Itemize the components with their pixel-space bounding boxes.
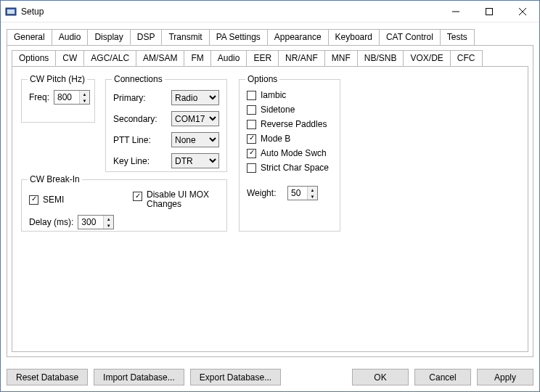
delay-label: Delay (ms): xyxy=(29,217,73,227)
titlebar: Setup xyxy=(1,1,539,23)
weight-spinner[interactable]: ▲▼ xyxy=(287,186,318,200)
main-tab-general[interactable]: General xyxy=(7,29,52,45)
option-checkbox-strict-char-space[interactable] xyxy=(247,163,256,173)
semi-checkbox[interactable] xyxy=(29,195,38,205)
ptt-select[interactable]: None xyxy=(171,132,219,147)
weight-input[interactable] xyxy=(288,187,307,200)
main-tab-keyboard[interactable]: Keyboard xyxy=(328,29,380,45)
freq-spinner[interactable]: ▲▼ xyxy=(54,90,90,105)
sub-tab-audio[interactable]: Audio xyxy=(210,50,248,66)
sub-tab-fm[interactable]: FM xyxy=(184,50,210,66)
cancel-button[interactable]: Cancel xyxy=(414,369,471,385)
apply-button[interactable]: Apply xyxy=(477,369,533,385)
key-label: Key Line: xyxy=(113,156,167,166)
semi-label: SEMI xyxy=(43,195,64,205)
sub-tab-vox-de[interactable]: VOX/DE xyxy=(403,50,450,66)
sub-tab-mnf[interactable]: MNF xyxy=(324,50,358,66)
setup-window: Setup GeneralAudioDisplayDSPTransmitPA S… xyxy=(0,0,540,392)
weight-up[interactable]: ▲ xyxy=(308,187,317,193)
primary-label: Primary: xyxy=(113,93,167,103)
option-label: Auto Mode Swch xyxy=(261,148,327,158)
main-tab-cat-control[interactable]: CAT Control xyxy=(379,29,441,45)
main-tab-body: OptionsCWAGC/ALCAM/SAMFMAudioEERNR/ANFMN… xyxy=(7,45,533,357)
sub-tab-options[interactable]: Options xyxy=(12,50,56,66)
option-label: Reverse Paddles xyxy=(261,119,327,129)
export-db-button[interactable]: Export Database... xyxy=(190,369,281,385)
option-checkbox-auto-mode-swch[interactable] xyxy=(247,149,256,158)
option-checkbox-mode-b[interactable] xyxy=(247,134,256,144)
ptt-label: PTT Line: xyxy=(113,135,167,145)
svg-rect-1 xyxy=(7,9,15,14)
freq-label: Freq: xyxy=(29,92,49,102)
app-icon xyxy=(5,6,17,17)
option-checkbox-reverse-paddles[interactable] xyxy=(247,120,256,129)
svg-rect-3 xyxy=(486,8,493,15)
disable-mox-label: Disable UI MOX Changes xyxy=(147,190,219,209)
main-tab-pa-settings[interactable]: PA Settings xyxy=(209,29,268,45)
footer: Reset Database Import Database... Export… xyxy=(1,363,539,391)
delay-input[interactable] xyxy=(78,216,103,229)
group-connections-title: Connections xyxy=(112,74,165,84)
sub-tab-am-sam[interactable]: AM/SAM xyxy=(136,50,184,66)
option-label: Strict Char Space xyxy=(261,163,329,173)
option-label: Iambic xyxy=(261,90,286,100)
group-cw-pitch: CW Pitch (Hz) Freq: ▲▼ xyxy=(21,79,95,123)
group-connections: Connections Primary: Radio Secondary: CO… xyxy=(105,79,227,172)
window-controls xyxy=(439,1,539,22)
delay-spinner[interactable]: ▲▼ xyxy=(78,215,114,229)
cw-panel: CW Pitch (Hz) Freq: ▲▼ Connections Prima… xyxy=(12,66,528,352)
option-label: Mode B xyxy=(261,134,290,144)
option-checkbox-iambic[interactable] xyxy=(247,91,256,100)
group-options: Options IambicSidetoneReverse PaddlesMod… xyxy=(239,79,340,232)
option-label: Sidetone xyxy=(261,105,295,115)
ok-button[interactable]: OK xyxy=(352,369,409,385)
freq-input[interactable] xyxy=(54,91,79,104)
window-title: Setup xyxy=(21,7,44,17)
minimize-button[interactable] xyxy=(439,1,472,22)
sub-tab-nr-anf[interactable]: NR/ANF xyxy=(278,50,325,66)
main-tab-display[interactable]: Display xyxy=(87,29,130,45)
group-breakin: CW Break-In SEMI Disable UI MOX Changes … xyxy=(21,179,227,232)
key-select[interactable]: DTR xyxy=(171,153,219,168)
disable-mox-checkbox[interactable] xyxy=(133,192,142,201)
sub-tab-strip: OptionsCWAGC/ALCAM/SAMFMAudioEERNR/ANFMN… xyxy=(12,50,528,67)
sub-tab-cfc[interactable]: CFC xyxy=(450,50,483,66)
group-breakin-title: CW Break-In xyxy=(28,174,82,184)
sub-tab-nb-snb[interactable]: NB/SNB xyxy=(357,50,404,66)
sub-tab-agc-alc[interactable]: AGC/ALC xyxy=(83,50,136,66)
main-tab-strip: GeneralAudioDisplayDSPTransmitPA Setting… xyxy=(7,29,533,46)
weight-down[interactable]: ▼ xyxy=(308,193,317,200)
reset-db-button[interactable]: Reset Database xyxy=(7,369,88,385)
group-cw-pitch-title: CW Pitch (Hz) xyxy=(28,74,87,84)
freq-up[interactable]: ▲ xyxy=(80,91,89,97)
main-tab-transmit[interactable]: Transmit xyxy=(161,29,209,45)
option-checkbox-sidetone[interactable] xyxy=(247,105,256,115)
main-tab-appearance[interactable]: Appearance xyxy=(267,29,329,45)
import-db-button[interactable]: Import Database... xyxy=(94,369,184,385)
content-area: GeneralAudioDisplayDSPTransmitPA Setting… xyxy=(1,23,539,363)
weight-label: Weight: xyxy=(247,188,283,198)
sub-tab-eer[interactable]: EER xyxy=(246,50,279,66)
sub-tab-cw[interactable]: CW xyxy=(55,50,84,66)
main-tab-dsp[interactable]: DSP xyxy=(130,29,163,45)
group-options-title: Options xyxy=(245,74,279,84)
delay-down[interactable]: ▼ xyxy=(104,222,113,229)
delay-up[interactable]: ▲ xyxy=(104,216,113,222)
primary-select[interactable]: Radio xyxy=(171,90,219,105)
main-tab-tests[interactable]: Tests xyxy=(440,29,475,45)
main-tab-audio[interactable]: Audio xyxy=(52,29,89,45)
close-button[interactable] xyxy=(506,1,539,22)
freq-down[interactable]: ▼ xyxy=(80,97,89,104)
secondary-label: Secondary: xyxy=(113,114,167,124)
maximize-button[interactable] xyxy=(472,1,506,22)
secondary-select[interactable]: COM17 xyxy=(171,111,219,126)
